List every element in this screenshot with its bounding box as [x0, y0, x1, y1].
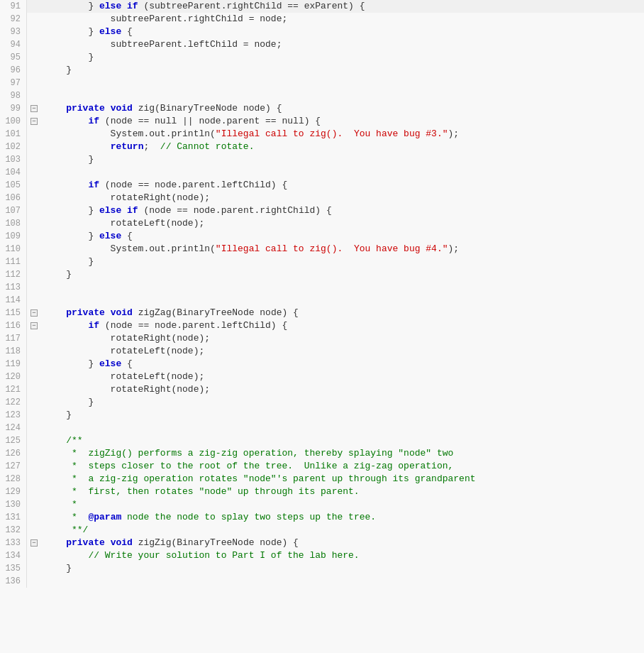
- code-token-plain: }: [44, 269, 72, 280]
- line-marker: [27, 294, 41, 307]
- code-token-plain: [121, 205, 127, 216]
- code-token-kw: if: [127, 205, 138, 216]
- code-token-plain: }: [44, 358, 99, 369]
- code-line: 98: [0, 89, 644, 102]
- line-number: 99: [0, 102, 27, 115]
- line-number: 105: [0, 179, 27, 192]
- line-marker[interactable]: −: [27, 319, 41, 332]
- collapse-box[interactable]: −: [30, 322, 38, 329]
- line-number: 131: [0, 511, 27, 524]
- line-marker: [27, 153, 41, 166]
- code-line: 120 rotateLeft(node);: [0, 371, 644, 383]
- code-token-plain: [121, 1, 127, 11]
- code-token-plain: {: [121, 231, 133, 241]
- line-content: if (node == node.parent.leftChild) {: [41, 319, 644, 332]
- line-content: System.out.println("Illegal call to zig(…: [41, 243, 644, 256]
- code-line: 91 } else if (subtreeParent.rightChild =…: [0, 0, 644, 13]
- line-content: }: [41, 396, 644, 409]
- code-token-plain: }: [44, 52, 94, 62]
- line-number: 112: [0, 268, 27, 281]
- code-token-plain: [105, 307, 111, 318]
- line-content: rotateLeft(node);: [41, 371, 644, 383]
- collapse-box[interactable]: −: [30, 309, 38, 317]
- code-token-comment: *: [44, 512, 88, 522]
- line-number: 96: [0, 64, 27, 77]
- line-marker[interactable]: −: [27, 537, 41, 549]
- line-number: 97: [0, 77, 27, 89]
- code-line: 114: [0, 294, 644, 307]
- line-number: 116: [0, 319, 27, 332]
- code-line: 105 if (node == node.parent.leftChild) {: [0, 179, 644, 192]
- line-content: [41, 422, 644, 434]
- line-marker[interactable]: −: [27, 307, 41, 319]
- line-marker: [27, 409, 41, 422]
- line-number: 118: [0, 345, 27, 358]
- code-line: 127 * steps closer to the root of the tr…: [0, 460, 644, 473]
- line-marker: [27, 396, 41, 409]
- line-marker: [27, 498, 41, 511]
- line-number: 104: [0, 166, 27, 179]
- code-token-plain: }: [44, 205, 99, 216]
- code-line: 97: [0, 77, 644, 89]
- line-marker: [27, 358, 41, 371]
- line-content: } else {: [41, 230, 644, 243]
- line-content: [41, 77, 644, 89]
- line-marker: [27, 549, 41, 562]
- code-token-plain: }: [44, 563, 72, 574]
- line-content: [41, 281, 644, 294]
- line-content: if (node == null || node.parent == null)…: [41, 115, 644, 128]
- line-number: 136: [0, 575, 27, 588]
- line-marker: [27, 179, 41, 192]
- collapse-box[interactable]: −: [30, 105, 38, 112]
- code-token-plain: ;: [143, 141, 160, 152]
- line-marker[interactable]: −: [27, 115, 41, 128]
- line-content: * zigZig() performs a zig-zig operation,…: [41, 447, 644, 460]
- code-token-comment: * first, then rotates "node" up through …: [44, 486, 360, 497]
- line-marker: [27, 217, 41, 230]
- line-marker[interactable]: −: [27, 102, 41, 115]
- code-token-plain: rotateLeft(node);: [44, 346, 204, 356]
- code-line: 106 rotateRight(node);: [0, 192, 644, 204]
- line-number: 134: [0, 549, 27, 562]
- line-number: 135: [0, 562, 27, 575]
- code-line: 134 // Write your solution to Part I of …: [0, 549, 644, 562]
- line-number: 132: [0, 524, 27, 537]
- line-number: 91: [0, 0, 27, 13]
- line-marker: [27, 511, 41, 524]
- code-token-plain: System.out.println(: [44, 243, 216, 254]
- code-line: 129 * first, then rotates "node" up thro…: [0, 485, 644, 498]
- code-line: 103 }: [0, 153, 644, 166]
- line-content: System.out.println("Illegal call to zig(…: [41, 128, 644, 141]
- code-line: 96 }: [0, 64, 644, 77]
- line-content: [41, 166, 644, 179]
- code-token-plain: [44, 320, 88, 331]
- code-token-plain: [44, 116, 88, 126]
- line-marker: [27, 460, 41, 473]
- code-token-kw: void: [111, 103, 133, 114]
- line-content: }: [41, 268, 644, 281]
- line-content: subtreeParent.leftChild = node;: [41, 38, 644, 51]
- line-number: 129: [0, 485, 27, 498]
- line-content: }: [41, 409, 644, 422]
- line-marker: [27, 383, 41, 396]
- line-marker: [27, 38, 41, 51]
- line-number: 119: [0, 358, 27, 371]
- code-line: 121 rotateRight(node);: [0, 383, 644, 396]
- collapse-box[interactable]: −: [30, 118, 38, 125]
- line-content: [41, 575, 644, 588]
- code-token-comment: // Cannot rotate.: [160, 141, 255, 152]
- code-line: 107 } else if (node == node.parent.right…: [0, 204, 644, 217]
- code-token-kw: private: [66, 103, 105, 114]
- line-content: private void zigZag(BinaryTreeNode node)…: [41, 307, 644, 319]
- collapse-box[interactable]: −: [30, 539, 38, 547]
- code-line: 122 }: [0, 396, 644, 409]
- code-token-kw: return: [111, 141, 144, 152]
- line-number: 107: [0, 204, 27, 217]
- code-line: 133− private void zigZig(BinaryTreeNode …: [0, 537, 644, 549]
- line-number: 94: [0, 38, 27, 51]
- line-content: } else {: [41, 26, 644, 38]
- line-marker: [27, 562, 41, 575]
- code-token-plain: [44, 103, 66, 114]
- line-marker: [27, 268, 41, 281]
- code-token-plain: {: [121, 358, 133, 369]
